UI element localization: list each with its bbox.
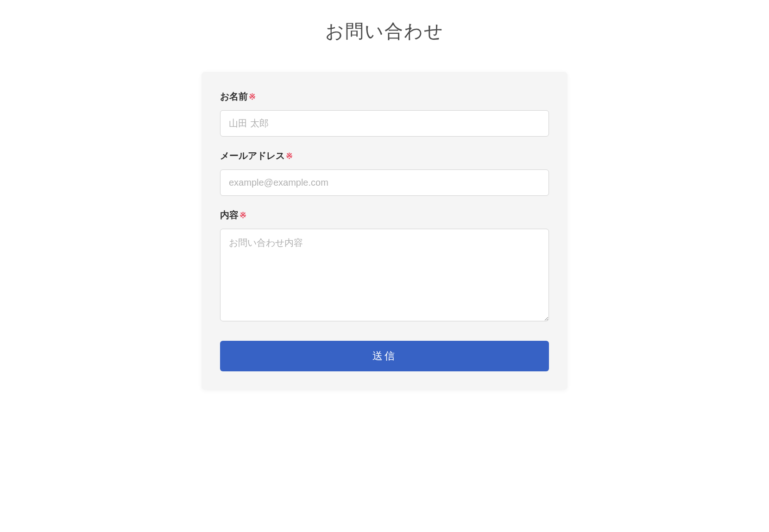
submit-button[interactable]: 送信 xyxy=(220,341,549,371)
message-textarea[interactable] xyxy=(220,229,549,321)
message-field-group: 内容※ xyxy=(220,209,549,323)
message-label: 内容※ xyxy=(220,209,549,221)
name-input[interactable] xyxy=(220,110,549,137)
required-mark-icon: ※ xyxy=(249,92,256,101)
name-field-group: お名前※ xyxy=(220,90,549,137)
email-label-text: メールアドレス xyxy=(220,150,285,161)
page-title: お問い合わせ xyxy=(202,19,567,44)
contact-form-card: お名前※ メールアドレス※ 内容※ 送信 xyxy=(202,72,567,390)
required-mark-icon: ※ xyxy=(286,151,293,161)
email-input[interactable] xyxy=(220,169,549,196)
email-label: メールアドレス※ xyxy=(220,150,549,162)
required-mark-icon: ※ xyxy=(240,211,246,220)
message-label-text: 内容 xyxy=(220,210,239,220)
email-field-group: メールアドレス※ xyxy=(220,150,549,196)
name-label-text: お名前 xyxy=(220,91,248,101)
name-label: お名前※ xyxy=(220,90,549,103)
